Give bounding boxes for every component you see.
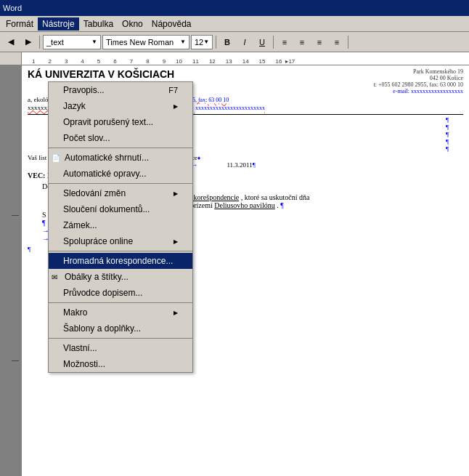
font-name-value: Times New Roman — [106, 38, 174, 47]
undo-button[interactable]: ◀ — [3, 34, 19, 50]
sep-5 — [49, 338, 192, 339]
align-right-button[interactable]: ≡ — [311, 34, 327, 50]
pravopis-shortcut: F7 — [168, 86, 178, 94]
menu-moznosti[interactable]: Možnosti... — [49, 356, 192, 372]
menu-bar: Formát Nástroje Tabulka Okno Nápověda — [0, 16, 469, 32]
vlastni-label: Vlastní... — [63, 343, 97, 353]
menu-auto-shrn[interactable]: 📄 Automatické shrnutí... — [49, 150, 192, 166]
align-left-button[interactable]: ≡ — [277, 34, 293, 50]
ruler: 1 2 3 4 5 6 7 8 9 10 11 12 13 14 15 16 ▸… — [0, 52, 469, 65]
font-size-dropdown-arrow: ▼ — [203, 39, 209, 45]
body-text-delius: Deliusovho pavilónu — [214, 201, 275, 209]
menu-help[interactable]: Nápověda — [147, 17, 196, 31]
menu-sablony[interactable]: Šablony a doplňky... — [49, 320, 192, 336]
obalky-icon: ✉ — [52, 273, 57, 281]
underline-button[interactable]: U — [254, 34, 270, 50]
menu-jazyk[interactable]: Jazyk ▶ — [49, 98, 192, 114]
tools-dropdown-menu[interactable]: Pravopis... F7 Jazyk ▶ Opravit porušený … — [48, 81, 193, 373]
sablony-label: Šablony a doplňky... — [63, 323, 141, 334]
toolbar-sep-1 — [39, 36, 40, 49]
field-4-para: ♦ — [197, 155, 200, 161]
left-margin: — — — [0, 65, 22, 476]
field-val-para: ¶ — [253, 161, 256, 169]
makro-label: Makro — [63, 307, 87, 318]
title-bar: Word — [0, 0, 469, 16]
font-size-value: 12 — [195, 38, 203, 47]
sep-2 — [49, 183, 192, 184]
auto-shrn-label: Automatické shrnutí... — [65, 153, 149, 163]
toolbar-sep-4 — [348, 36, 348, 49]
header-city: 042 00 Košice — [374, 75, 463, 81]
zamek-label: Zámek... — [63, 220, 97, 230]
menu-pruvodce[interactable]: Průvodce dopisem... — [49, 285, 192, 301]
menu-pocet[interactable]: Počet slov... — [49, 130, 192, 146]
sep-3 — [49, 251, 192, 251]
margin-mark-1: — — [12, 211, 19, 219]
menu-obalky[interactable]: ✉ Obálky a štítky... — [49, 269, 192, 285]
menu-window[interactable]: Okno — [118, 17, 147, 31]
menu-spoluprace[interactable]: Spolupráce online ▶ — [49, 233, 192, 249]
pravopis-label: Pravopis... — [63, 85, 105, 95]
style-box[interactable]: _text ▼ — [43, 35, 101, 49]
doc-header-info: Park Komenského 19 042 00 Košice t: +055… — [374, 68, 463, 94]
document-content[interactable]: KÁ UNIVERZITA V KOŠICIACH Park Komenskéh… — [22, 65, 469, 476]
toolbar: ◀ ▶ _text ▼ Times New Roman ▼ 12 ▼ B I U… — [0, 32, 469, 52]
sep-1 — [49, 148, 192, 148]
menu-sledovani[interactable]: Sledování změn ▶ — [49, 185, 192, 201]
pruvodce-label: Průvodce dopisem... — [63, 288, 142, 298]
align-center-button[interactable]: ≡ — [294, 34, 310, 50]
sledovani-label: Sledování změn — [63, 188, 126, 198]
hromadna-label: Hromadná korespondence... — [63, 256, 173, 266]
university-title: KÁ UNIVERZITA V KOŠICIACH — [28, 68, 367, 80]
menu-tools[interactable]: Nástroje — [38, 17, 79, 31]
menu-auto-opr[interactable]: Automatické opravy... — [49, 166, 192, 182]
header-address: Park Komenského 19 — [374, 68, 463, 75]
makro-arrow: ▶ — [174, 310, 178, 316]
obalky-label: Obálky a štítky... — [65, 272, 129, 282]
margin-mark-2: — — [12, 356, 19, 364]
menu-format[interactable]: Formát — [1, 17, 38, 31]
menu-opravit[interactable]: Opravit porušený text... — [49, 114, 192, 130]
menu-zamek[interactable]: Zámek... — [49, 217, 192, 233]
menu-pravopis[interactable]: Pravopis... F7 — [49, 82, 192, 98]
body-text-end: . — [277, 201, 279, 209]
spoluprace-label: Spolupráce online — [63, 236, 133, 246]
sep-4 — [49, 302, 192, 303]
header-phone: t: +055 602 2980 2955, fax: 63 000 10 — [374, 81, 463, 88]
title-text: Word — [3, 4, 22, 12]
doc-header-title: KÁ UNIVERZITA V KOŠICIACH — [28, 68, 367, 80]
pocet-label: Počet slov... — [63, 133, 110, 143]
font-dropdown-arrow: ▼ — [180, 39, 186, 45]
align-justify-button[interactable]: ≡ — [329, 34, 345, 50]
italic-button[interactable]: I — [237, 34, 253, 50]
redo-button[interactable]: ▶ — [20, 34, 36, 50]
sledovani-arrow: ▶ — [174, 190, 178, 197]
toolbar-sep-3 — [273, 36, 274, 49]
toolbar-sep-2 — [216, 36, 216, 49]
menu-hromadna[interactable]: Hromadná korespondence... — [49, 253, 192, 269]
ruler-content: 1 2 3 4 5 6 7 8 9 10 11 12 13 14 15 16 ▸… — [22, 52, 469, 65]
body-text-2: , ktoré sa uskutoční dňa — [241, 193, 310, 201]
auto-shrn-icon: 📄 — [52, 154, 60, 162]
slouceni-label: Sloučení dokumentů... — [63, 204, 150, 214]
menu-table[interactable]: Tabulka — [79, 17, 118, 31]
menu-slouceni[interactable]: Sloučení dokumentů... — [49, 201, 192, 217]
font-name-box[interactable]: Times New Roman ▼ — [102, 35, 189, 49]
font-size-box[interactable]: 12 ▼ — [191, 35, 213, 49]
menu-vlastni[interactable]: Vlastní... — [49, 340, 192, 356]
field-val-date: 11.3.2011 — [227, 161, 252, 169]
spoluprace-arrow: ▶ — [174, 238, 178, 245]
auto-opr-label: Automatické opravy... — [63, 169, 147, 179]
jazyk-label: Jazyk — [63, 101, 86, 111]
opravit-label: Opravit porušený text... — [63, 117, 153, 127]
header-email: e-mail: xxxxxxxxxxxxxxxxxx — [374, 88, 463, 94]
moznosti-label: Možnosti... — [63, 359, 105, 369]
jazyk-arrow: ▶ — [174, 103, 178, 110]
style-dropdown-arrow: ▼ — [91, 39, 97, 45]
body-para-mark: ¶ — [280, 201, 284, 209]
menu-makro[interactable]: Makro ▶ — [49, 304, 192, 320]
ruler-left-margin — [0, 52, 22, 65]
document-area: — — KÁ UNIVERZITA V KOŠICIACH Park Komen… — [0, 65, 469, 476]
bold-button[interactable]: B — [219, 34, 235, 50]
style-value: _text — [46, 38, 64, 47]
